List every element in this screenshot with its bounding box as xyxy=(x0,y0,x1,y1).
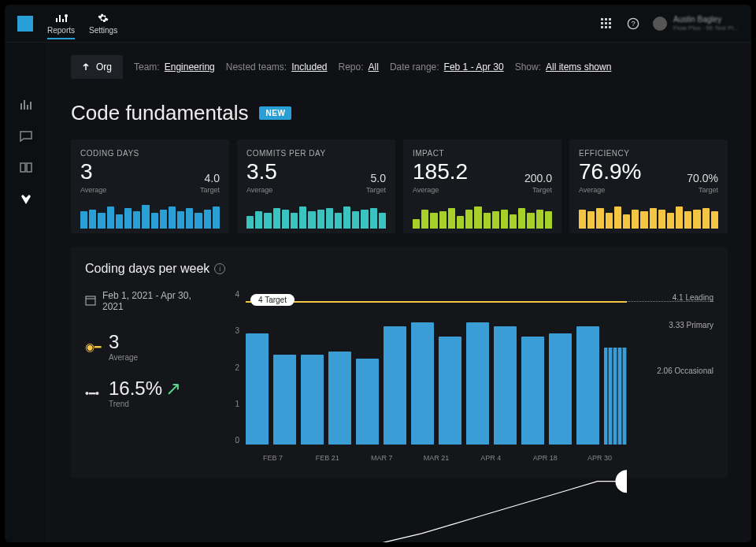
detail-trend-value: 16.5% xyxy=(109,378,162,399)
rail-icon-bars[interactable] xyxy=(19,98,33,112)
rail-icon-chat[interactable] xyxy=(19,129,33,143)
svg-rect-6 xyxy=(609,22,611,24)
chart-bar[interactable] xyxy=(301,355,324,445)
main-area: Org Team:Engineering Nested teams:Includ… xyxy=(5,43,751,542)
kpi-value: 76.9% xyxy=(579,159,641,184)
org-button[interactable]: Org xyxy=(71,55,123,79)
kpi-title: COMMITS PER DAY xyxy=(246,149,386,158)
detail-side: Feb 1, 2021 - Apr 30, 2021 ◉━ 3 Average … xyxy=(85,290,211,463)
kpi-target-label: Target xyxy=(532,186,552,194)
kpi-value-label: Average xyxy=(579,186,605,194)
left-rail xyxy=(5,43,47,542)
new-badge: NEW xyxy=(259,106,291,120)
detail-title: Coding days per week xyxy=(85,262,209,276)
svg-rect-1 xyxy=(601,18,603,20)
user-sub-label: Flow Plus · 56 Test Pl... xyxy=(673,24,739,32)
filter-repo-value[interactable]: All xyxy=(369,61,379,73)
org-button-label: Org xyxy=(96,61,112,73)
kpi-card[interactable]: CODING DAYS 3 4.0 Average Target xyxy=(71,140,229,233)
tab-settings[interactable]: Settings xyxy=(89,13,117,35)
chart-bar[interactable] xyxy=(466,322,489,445)
calendar-icon[interactable] xyxy=(85,295,96,308)
filter-date-value[interactable]: Feb 1 - Apr 30 xyxy=(444,61,504,73)
filter-date-label: Date range: xyxy=(390,61,439,73)
chart-bar[interactable] xyxy=(521,337,544,445)
chart-bar[interactable] xyxy=(576,326,599,445)
apps-grid-icon[interactable] xyxy=(598,15,615,32)
svg-rect-5 xyxy=(605,22,607,24)
gear-icon xyxy=(96,13,110,24)
app-frame: Reports Settings ? Austin Bagley Flow Pl… xyxy=(5,5,751,542)
chart-bar[interactable] xyxy=(411,322,434,445)
chart-bar[interactable] xyxy=(356,359,379,445)
kpi-target-label: Target xyxy=(699,186,718,194)
filter-show-value[interactable]: All items shown xyxy=(546,61,611,73)
chart-bar[interactable] xyxy=(549,333,572,445)
user-name-label: Austin Bagley xyxy=(673,15,739,24)
help-icon[interactable]: ? xyxy=(624,15,642,32)
trend-icon: •━• xyxy=(85,387,101,400)
chart-bar[interactable] xyxy=(604,348,627,445)
detail-date-range: Feb 1, 2021 - Apr 30, 2021 xyxy=(102,290,211,312)
reports-icon xyxy=(54,13,69,24)
tab-settings-label: Settings xyxy=(89,26,117,35)
arrow-up-icon xyxy=(82,63,90,71)
content: Org Team:Engineering Nested teams:Includ… xyxy=(47,43,751,542)
kpi-value-label: Average xyxy=(413,186,439,194)
svg-rect-12 xyxy=(86,296,95,305)
kpi-value: 3 xyxy=(80,159,93,184)
chart-bar[interactable] xyxy=(384,326,406,445)
kpi-card[interactable]: EFFICIENCY 76.9% 70.0% Average Target xyxy=(569,140,728,233)
detail-avg-label: Average xyxy=(109,353,138,362)
svg-rect-7 xyxy=(601,26,603,28)
kpi-title: EFFICIENCY xyxy=(579,149,718,158)
kpi-target: 200.0 xyxy=(524,172,552,184)
kpi-title: IMPACT xyxy=(413,149,552,158)
detail-avg-value: 3 xyxy=(109,331,138,353)
chart-bar[interactable] xyxy=(494,326,517,445)
chart-legend: 4.1 Leading3.33 Primary2.06 Occasional xyxy=(635,290,713,445)
rail-icon-book[interactable] xyxy=(19,161,33,175)
svg-rect-3 xyxy=(609,18,611,20)
kpi-row: CODING DAYS 3 4.0 Average Target COMMITS… xyxy=(71,140,728,233)
app-logo-icon[interactable] xyxy=(17,16,33,32)
chart-bar[interactable] xyxy=(246,333,269,445)
svg-point-14 xyxy=(615,470,627,493)
chart-bar[interactable] xyxy=(273,355,296,445)
kpi-card[interactable]: COMMITS PER DAY 3.5 5.0 Average Target xyxy=(237,140,395,233)
user-menu[interactable]: Austin Bagley Flow Plus · 56 Test Pl... xyxy=(653,15,739,32)
target-pill: 4 Target xyxy=(250,294,295,306)
filter-show-label: Show: xyxy=(515,61,541,73)
svg-point-0 xyxy=(65,14,68,17)
target-line xyxy=(246,301,627,303)
trend-up-icon: ↗ xyxy=(165,378,181,399)
legend-item: 2.06 Occasional xyxy=(657,367,713,375)
kpi-card[interactable]: IMPACT 185.2 200.0 Average Target xyxy=(403,140,561,233)
kpi-target: 70.0% xyxy=(687,172,718,184)
filter-nested-value[interactable]: Included xyxy=(291,61,327,73)
filter-team-value[interactable]: Engineering xyxy=(165,61,215,73)
info-icon[interactable]: i xyxy=(214,263,225,274)
target-icon: ◉━ xyxy=(85,340,101,353)
rail-icon-diamond[interactable] xyxy=(19,192,33,207)
detail-trend-label: Trend xyxy=(109,400,181,408)
svg-text:?: ? xyxy=(631,20,635,28)
chart-bar[interactable] xyxy=(439,337,461,445)
page-title-row: Code fundamentals NEW xyxy=(71,101,728,125)
kpi-value-label: Average xyxy=(80,186,106,194)
filter-bar: Org Team:Engineering Nested teams:Includ… xyxy=(71,55,728,79)
kpi-value-label: Average xyxy=(246,186,272,194)
legend-item: 3.33 Primary xyxy=(669,321,713,329)
chart-bar[interactable] xyxy=(328,352,351,445)
page-title: Code fundamentals xyxy=(71,101,248,125)
coding-days-chart: 43210 4 Target 4.1 Leading3.33 Primary2.… xyxy=(227,290,713,463)
kpi-title: CODING DAYS xyxy=(80,149,220,158)
svg-rect-2 xyxy=(605,18,607,20)
avatar xyxy=(653,17,667,31)
filter-nested-label: Nested teams: xyxy=(226,61,287,73)
tab-reports[interactable]: Reports xyxy=(47,13,75,39)
kpi-target-label: Target xyxy=(200,186,220,194)
filter-repo-label: Repo: xyxy=(339,61,364,73)
detail-panel: Coding days per week i Feb 1, 2021 - Apr… xyxy=(71,247,728,478)
chart-y-axis: 43210 xyxy=(227,290,239,445)
